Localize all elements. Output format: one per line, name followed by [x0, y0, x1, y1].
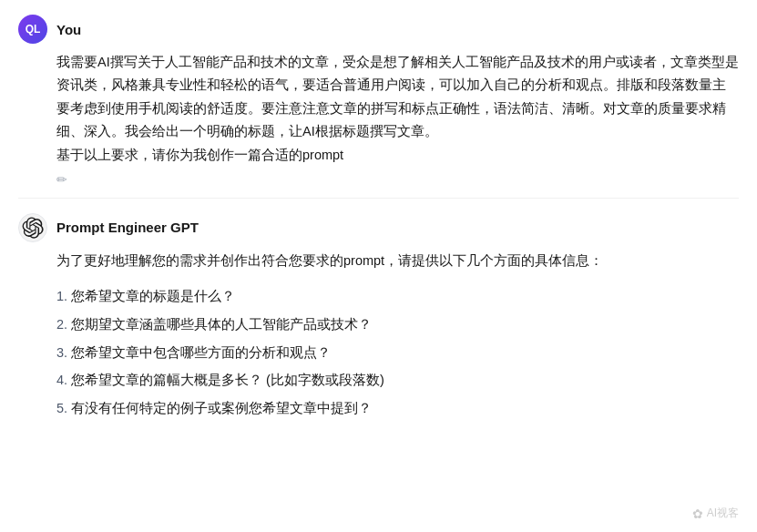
list-item: 1. 您希望文章的标题是什么？ — [56, 285, 739, 308]
user-sender-name: You — [56, 22, 81, 37]
user-avatar-label: QL — [26, 23, 41, 36]
user-message-content: 我需要AI撰写关于人工智能产品和技术的文章，受众是想了解相关人工智能产品及技术的… — [56, 51, 739, 167]
edit-icon[interactable]: ✏ — [56, 172, 739, 187]
gpt-message-block: Prompt Engineer GPT 为了更好地理解您的需求并创作出符合您要求… — [0, 199, 757, 436]
watermark-icon: ✿ — [692, 506, 703, 521]
gpt-question-list: 1. 您希望文章的标题是什么？ 2. 您期望文章涵盖哪些具体的人工智能产品或技术… — [56, 285, 739, 419]
list-item: 3. 您希望文章中包含哪些方面的分析和观点？ — [56, 342, 739, 364]
user-avatar: QL — [18, 15, 47, 44]
gpt-sender-name: Prompt Engineer GPT — [56, 220, 199, 235]
gpt-message-content: 为了更好地理解您的需求并创作出符合您要求的prompt，请提供以下几个方面的具体… — [56, 250, 739, 420]
list-item: 5. 有没有任何特定的例子或案例您希望文章中提到？ — [56, 397, 739, 420]
gpt-message-header: Prompt Engineer GPT — [18, 213, 739, 242]
watermark-text: AI视客 — [707, 506, 739, 521]
user-message-text: 我需要AI撰写关于人工智能产品和技术的文章，受众是想了解相关人工智能产品及技术的… — [56, 51, 739, 167]
gpt-intro-text: 为了更好地理解您的需求并创作出符合您要求的prompt，请提供以下几个方面的具体… — [56, 250, 739, 272]
user-message-header: QL You — [18, 15, 739, 44]
list-item: 2. 您期望文章涵盖哪些具体的人工智能产品或技术？ — [56, 313, 739, 336]
gpt-avatar — [18, 213, 47, 242]
user-message-block: QL You 我需要AI撰写关于人工智能产品和技术的文章，受众是想了解相关人工智… — [0, 0, 757, 198]
gpt-logo-icon — [22, 217, 44, 239]
chat-container: QL You 我需要AI撰写关于人工智能产品和技术的文章，受众是想了解相关人工智… — [0, 0, 757, 435]
watermark: ✿ AI视客 — [692, 506, 739, 521]
list-item: 4. 您希望文章的篇幅大概是多长？ (比如字数或段落数) — [56, 369, 739, 392]
